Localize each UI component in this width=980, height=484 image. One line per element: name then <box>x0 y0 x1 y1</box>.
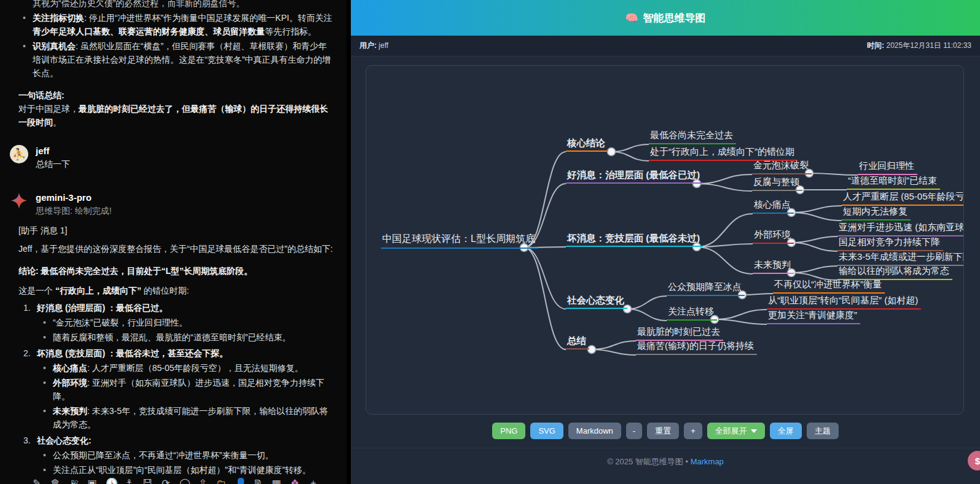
export-markdown-button[interactable]: Markdown <box>568 423 621 439</box>
chat-summary-title: 一句话总结: <box>18 88 334 102</box>
user-message: 总结一下 <box>36 157 70 171</box>
mindmap-node[interactable]: 社会心态变化 <box>566 294 627 309</box>
expand-all-button[interactable]: 全部展开 <box>707 423 765 439</box>
gemini-star-icon <box>10 192 28 210</box>
theme-button[interactable]: 主题 <box>807 423 839 439</box>
brain-icon: 🧠 <box>625 12 638 25</box>
mindmap-node[interactable]: 处于“行政向上，成绩向下”的错位期 <box>649 146 798 161</box>
user-message-header: ⛹ jeff 总结一下 <box>10 145 334 171</box>
list-subitem: •关注点正从“职业顶层”向“民间基层（如村超）”和“青训健康度”转移。 <box>18 463 334 477</box>
document-icon[interactable]: 🗎 <box>253 477 263 484</box>
assistant-status: 思维导图: 绘制完成! <box>36 204 112 217</box>
export-png-button[interactable]: PNG <box>492 423 525 439</box>
list-subitem: •外部环境: 亚洲对手（如东南亚球队）进步迅速，国足相对竞争力持续下降。 <box>18 376 334 403</box>
mindmap-node[interactable]: 不再仅以“冲进世界杯”衡量 <box>773 279 885 294</box>
mindmap-canvas[interactable]: 中国足球现状评估：L型长周期筑底 核心结论 最低谷尚未完全过去 处于“行政向上，… <box>366 65 964 415</box>
delete-icon[interactable]: 🗑 <box>50 477 60 484</box>
donate-fab-button[interactable]: $ <box>968 451 980 470</box>
assistant-name: gemini-3-pro <box>36 192 112 204</box>
list-subitem: •核心痛点: 人才严重断层（85-05年龄段亏空），且无法短期修复。 <box>18 361 334 375</box>
footer-separator: • <box>685 457 688 466</box>
caret-down-icon <box>751 429 757 433</box>
list-item: 2. 坏消息 (竞技层面) ：最低谷未过，甚至还会下探。 <box>18 346 334 360</box>
mindmap-node[interactable]: 核心痛点 <box>753 199 794 214</box>
refresh-icon[interactable]: ⟳ <box>161 477 171 484</box>
mindmap-node[interactable]: 输给以往的弱队将成为常态 <box>837 265 952 280</box>
mindmap-node[interactable]: 外部环境 <box>753 229 794 244</box>
time-value: 2025年12月31日 11:02:33 <box>886 41 971 50</box>
markmap-link[interactable]: Markmap <box>691 457 724 466</box>
mindmap-node[interactable]: 未来3-5年成绩或进一步刷新下限 <box>837 251 964 266</box>
mindmap-node[interactable]: 更加关注“青训健康度” <box>767 310 860 324</box>
assistant-period-line: 这是一个 “行政向上，成绩向下” 的错位时期: <box>18 284 334 297</box>
chat-toolbar-icons: ✎ 🗑 🔉 ▣ 🕓 ⚓ 🖫 ⟳ ◯ ⇧ 🗀 👤 🗎 ▦ ❖ + <box>32 477 318 484</box>
mindmap-infobar: 用户: jeff 时间: 2025年12月31日 11:02:33 <box>351 36 980 57</box>
mindmap-node[interactable]: 核心结论 <box>566 137 608 152</box>
mindmap-panel: 🧠 智能思维导图 用户: jeff 时间: 2025年12月31日 11:02:… <box>347 0 980 484</box>
mindmap-node[interactable]: 国足相对竞争力持续下降 <box>837 236 943 251</box>
mindmap-node[interactable]: 行业回归理性 <box>858 160 917 175</box>
mindmap-node[interactable]: 人才严重断层 (85-05年龄段亏空) <box>842 191 964 206</box>
sticker-icon[interactable]: ❖ <box>290 477 300 484</box>
export-svg-button[interactable]: SVG <box>530 423 563 439</box>
mindmap-toolbar: PNG SVG Markdown - 重置 + 全部展开 全屏 主题 <box>351 423 980 439</box>
user-avatar[interactable]: ⛹ <box>10 145 28 163</box>
mindmap-node[interactable]: 最低谷尚未完全过去 <box>649 130 736 144</box>
assistant-conclusion: 结论: 最低谷尚未完全过去，目前处于“L型”长周期筑底阶段。 <box>18 264 334 278</box>
user-label: 用户: <box>359 41 377 50</box>
bullet-icon: • <box>23 11 33 38</box>
share-icon[interactable]: ⇧ <box>198 477 208 484</box>
mindmap-node-root[interactable]: 中国足球现状评估：L型长周期筑底 <box>381 233 538 249</box>
user-value: jeff <box>378 41 388 50</box>
edit-icon[interactable]: ✎ <box>32 477 42 484</box>
time-label: 时间: <box>867 41 884 50</box>
mindmap-node[interactable]: 坏消息：竞技层面 (最低谷未过) <box>566 232 703 247</box>
chat-bullet-kpi: • 关注指标切换: 停止用“冲进世界杯”作为衡量中国足球发展的唯一KPI。转而关… <box>18 11 334 38</box>
mindmap-node[interactable]: 亚洲对手进步迅速 (如东南亚球队) <box>837 222 964 236</box>
mindmap-node[interactable]: 最肮脏的时刻已过去 <box>636 326 723 341</box>
mindmap-collapse-toggle[interactable] <box>608 148 616 156</box>
app: 其视为“偿还历史欠债”的必然过程，而非新的崩盘信号。 • 关注指标切换: 停止用… <box>0 0 980 484</box>
user-name: jeff <box>36 145 70 157</box>
chat-clipped-line: 其视为“偿还历史欠债”的必然过程，而非新的崩盘信号。 <box>18 0 334 10</box>
mindmap-node[interactable]: 公众预期降至冰点 <box>667 281 745 296</box>
bullet-label: 识别真机会 <box>33 41 76 51</box>
fullscreen-button[interactable]: 全屏 <box>770 423 802 439</box>
list-item: 3. 社会心态变化: <box>18 434 334 447</box>
zoom-in-button[interactable]: + <box>684 423 702 439</box>
folder-icon[interactable]: 🗀 <box>216 477 226 484</box>
app-title: 智能思维导图 <box>643 11 706 25</box>
mindmap-node[interactable]: 从“职业顶层”转向“民间基层” (如村超) <box>767 295 921 310</box>
save-icon[interactable]: 🖫 <box>143 477 152 484</box>
mindmap-node[interactable]: “道德至暗时刻”已结束 <box>847 175 940 190</box>
anchor-icon[interactable]: ⚓ <box>124 477 134 484</box>
mindmap-node[interactable]: 反腐与整顿 <box>752 176 802 191</box>
assistant-meta: [助手 消息 1] <box>18 224 334 237</box>
mindmap-node[interactable]: 关注点转移 <box>667 306 717 321</box>
mindmap-footer: © 2025 智能思维导图 • Markmap <box>351 448 980 467</box>
history-icon[interactable]: 🕓 <box>106 477 116 484</box>
image-icon[interactable]: ▣ <box>87 477 97 484</box>
assistant-intro: Jeff，基于您提供的这份深度整合报告，关于“中国足球最低谷是否已过”的总结如下… <box>18 242 334 256</box>
mindmap-node[interactable]: 好消息：治理层面 (最低谷已过) <box>566 169 703 184</box>
mindmap-node[interactable]: 金元泡沫破裂 <box>752 160 812 174</box>
grid-icon[interactable]: ▦ <box>272 477 281 484</box>
reset-button[interactable]: 重置 <box>647 423 679 439</box>
plus-icon[interactable]: + <box>308 477 318 484</box>
chat-summary-text: 对于中国足球，最肮脏的时刻已经过去了，但最痛苦（输球）的日子还得持续很长一段时间… <box>18 102 334 129</box>
mindmap-node[interactable]: 最痛苦(输球)的日子仍将持续 <box>636 340 757 355</box>
zoom-out-button[interactable]: - <box>626 423 642 439</box>
bullet-icon: • <box>23 39 33 80</box>
speaker-icon[interactable]: 🔉 <box>69 477 79 484</box>
copyright-text: © 2025 智能思维导图 <box>607 457 683 466</box>
record-icon[interactable]: ◯ <box>179 477 189 484</box>
bullet-label: 关注指标切换 <box>33 13 84 23</box>
mindmap-node[interactable]: 总结 <box>566 335 589 349</box>
list-subitem: •未来预判: 未来3-5年，竞技成绩可能进一步刷新下限，输给以往的弱队将成为常态… <box>18 404 334 431</box>
assistant-message-header: gemini-3-pro 思维导图: 绘制完成! <box>10 192 334 217</box>
mindmap-node[interactable]: 未来预判 <box>753 259 794 274</box>
user-icon[interactable]: 👤 <box>235 477 245 484</box>
mindmap-node[interactable]: 短期内无法修复 <box>842 206 911 221</box>
soccer-player-icon: ⛹ <box>12 147 26 161</box>
mindmap-header: 🧠 智能思维导图 <box>351 0 980 36</box>
